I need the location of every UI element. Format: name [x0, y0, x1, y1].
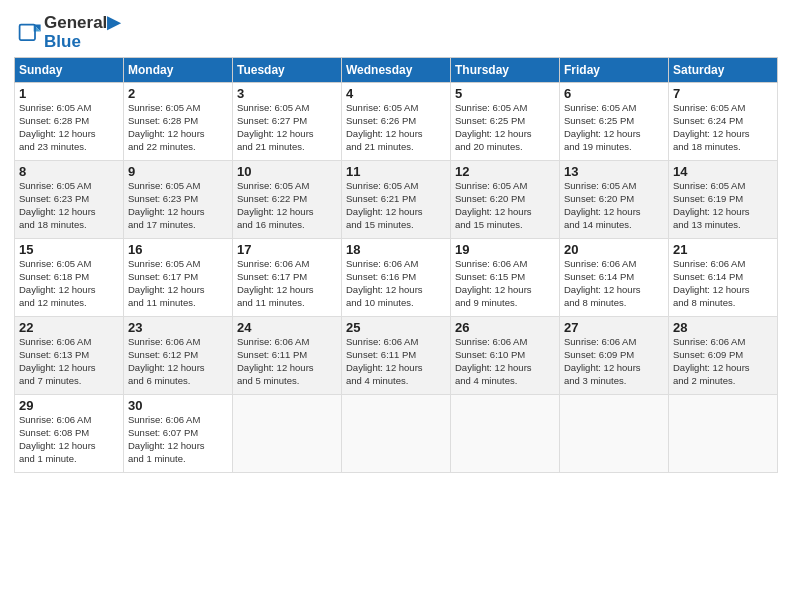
day-cell: 3Sunrise: 6:05 AM Sunset: 6:27 PM Daylig…: [233, 83, 342, 161]
day-cell: 23Sunrise: 6:06 AM Sunset: 6:12 PM Dayli…: [124, 317, 233, 395]
week-row-5: 29Sunrise: 6:06 AM Sunset: 6:08 PM Dayli…: [15, 395, 778, 473]
day-cell: [451, 395, 560, 473]
day-number: 1: [19, 86, 119, 101]
day-cell: 13Sunrise: 6:05 AM Sunset: 6:20 PM Dayli…: [560, 161, 669, 239]
day-number: 16: [128, 242, 228, 257]
day-number: 10: [237, 164, 337, 179]
day-number: 12: [455, 164, 555, 179]
day-info: Sunrise: 6:06 AM Sunset: 6:14 PM Dayligh…: [673, 258, 773, 309]
logo-icon: [14, 19, 42, 47]
day-info: Sunrise: 6:05 AM Sunset: 6:24 PM Dayligh…: [673, 102, 773, 153]
day-number: 21: [673, 242, 773, 257]
day-info: Sunrise: 6:06 AM Sunset: 6:12 PM Dayligh…: [128, 336, 228, 387]
day-number: 11: [346, 164, 446, 179]
day-number: 20: [564, 242, 664, 257]
day-info: Sunrise: 6:05 AM Sunset: 6:28 PM Dayligh…: [128, 102, 228, 153]
day-number: 6: [564, 86, 664, 101]
day-cell: 15Sunrise: 6:05 AM Sunset: 6:18 PM Dayli…: [15, 239, 124, 317]
day-info: Sunrise: 6:06 AM Sunset: 6:07 PM Dayligh…: [128, 414, 228, 465]
day-number: 22: [19, 320, 119, 335]
day-number: 30: [128, 398, 228, 413]
day-cell: 21Sunrise: 6:06 AM Sunset: 6:14 PM Dayli…: [669, 239, 778, 317]
day-cell: 18Sunrise: 6:06 AM Sunset: 6:16 PM Dayli…: [342, 239, 451, 317]
day-number: 15: [19, 242, 119, 257]
day-info: Sunrise: 6:05 AM Sunset: 6:27 PM Dayligh…: [237, 102, 337, 153]
day-cell: 7Sunrise: 6:05 AM Sunset: 6:24 PM Daylig…: [669, 83, 778, 161]
day-cell: 9Sunrise: 6:05 AM Sunset: 6:23 PM Daylig…: [124, 161, 233, 239]
day-cell: 30Sunrise: 6:06 AM Sunset: 6:07 PM Dayli…: [124, 395, 233, 473]
weekday-header-tuesday: Tuesday: [233, 58, 342, 83]
day-number: 5: [455, 86, 555, 101]
weekday-header-sunday: Sunday: [15, 58, 124, 83]
day-cell: 25Sunrise: 6:06 AM Sunset: 6:11 PM Dayli…: [342, 317, 451, 395]
day-number: 19: [455, 242, 555, 257]
day-cell: 1Sunrise: 6:05 AM Sunset: 6:28 PM Daylig…: [15, 83, 124, 161]
day-number: 27: [564, 320, 664, 335]
day-cell: [560, 395, 669, 473]
day-number: 29: [19, 398, 119, 413]
day-cell: 8Sunrise: 6:05 AM Sunset: 6:23 PM Daylig…: [15, 161, 124, 239]
day-info: Sunrise: 6:05 AM Sunset: 6:25 PM Dayligh…: [455, 102, 555, 153]
day-info: Sunrise: 6:05 AM Sunset: 6:19 PM Dayligh…: [673, 180, 773, 231]
day-number: 3: [237, 86, 337, 101]
main-container: General▶ Blue SundayMondayTuesdayWednesd…: [0, 0, 792, 483]
day-cell: 12Sunrise: 6:05 AM Sunset: 6:20 PM Dayli…: [451, 161, 560, 239]
day-info: Sunrise: 6:06 AM Sunset: 6:08 PM Dayligh…: [19, 414, 119, 465]
day-cell: 16Sunrise: 6:05 AM Sunset: 6:17 PM Dayli…: [124, 239, 233, 317]
day-number: 9: [128, 164, 228, 179]
week-row-4: 22Sunrise: 6:06 AM Sunset: 6:13 PM Dayli…: [15, 317, 778, 395]
day-cell: 27Sunrise: 6:06 AM Sunset: 6:09 PM Dayli…: [560, 317, 669, 395]
day-number: 4: [346, 86, 446, 101]
week-row-2: 8Sunrise: 6:05 AM Sunset: 6:23 PM Daylig…: [15, 161, 778, 239]
day-number: 26: [455, 320, 555, 335]
week-row-3: 15Sunrise: 6:05 AM Sunset: 6:18 PM Dayli…: [15, 239, 778, 317]
day-number: 8: [19, 164, 119, 179]
day-info: Sunrise: 6:06 AM Sunset: 6:09 PM Dayligh…: [673, 336, 773, 387]
day-cell: 14Sunrise: 6:05 AM Sunset: 6:19 PM Dayli…: [669, 161, 778, 239]
day-info: Sunrise: 6:06 AM Sunset: 6:15 PM Dayligh…: [455, 258, 555, 309]
logo-text: General▶ Blue: [44, 14, 120, 51]
day-info: Sunrise: 6:05 AM Sunset: 6:21 PM Dayligh…: [346, 180, 446, 231]
day-number: 13: [564, 164, 664, 179]
day-cell: 24Sunrise: 6:06 AM Sunset: 6:11 PM Dayli…: [233, 317, 342, 395]
day-info: Sunrise: 6:05 AM Sunset: 6:25 PM Dayligh…: [564, 102, 664, 153]
day-info: Sunrise: 6:05 AM Sunset: 6:18 PM Dayligh…: [19, 258, 119, 309]
day-number: 23: [128, 320, 228, 335]
day-info: Sunrise: 6:06 AM Sunset: 6:09 PM Dayligh…: [564, 336, 664, 387]
day-info: Sunrise: 6:05 AM Sunset: 6:20 PM Dayligh…: [564, 180, 664, 231]
day-cell: 10Sunrise: 6:05 AM Sunset: 6:22 PM Dayli…: [233, 161, 342, 239]
day-number: 14: [673, 164, 773, 179]
day-info: Sunrise: 6:05 AM Sunset: 6:23 PM Dayligh…: [19, 180, 119, 231]
day-cell: 19Sunrise: 6:06 AM Sunset: 6:15 PM Dayli…: [451, 239, 560, 317]
weekday-header-thursday: Thursday: [451, 58, 560, 83]
day-info: Sunrise: 6:05 AM Sunset: 6:26 PM Dayligh…: [346, 102, 446, 153]
calendar-table: SundayMondayTuesdayWednesdayThursdayFrid…: [14, 57, 778, 473]
day-number: 2: [128, 86, 228, 101]
day-cell: 28Sunrise: 6:06 AM Sunset: 6:09 PM Dayli…: [669, 317, 778, 395]
day-info: Sunrise: 6:06 AM Sunset: 6:17 PM Dayligh…: [237, 258, 337, 309]
header: General▶ Blue: [14, 10, 778, 51]
day-info: Sunrise: 6:05 AM Sunset: 6:23 PM Dayligh…: [128, 180, 228, 231]
day-info: Sunrise: 6:06 AM Sunset: 6:14 PM Dayligh…: [564, 258, 664, 309]
day-number: 17: [237, 242, 337, 257]
weekday-header-wednesday: Wednesday: [342, 58, 451, 83]
day-cell: [233, 395, 342, 473]
day-cell: [669, 395, 778, 473]
day-number: 24: [237, 320, 337, 335]
week-row-1: 1Sunrise: 6:05 AM Sunset: 6:28 PM Daylig…: [15, 83, 778, 161]
day-info: Sunrise: 6:05 AM Sunset: 6:22 PM Dayligh…: [237, 180, 337, 231]
day-info: Sunrise: 6:05 AM Sunset: 6:17 PM Dayligh…: [128, 258, 228, 309]
day-info: Sunrise: 6:05 AM Sunset: 6:28 PM Dayligh…: [19, 102, 119, 153]
day-number: 25: [346, 320, 446, 335]
day-cell: 6Sunrise: 6:05 AM Sunset: 6:25 PM Daylig…: [560, 83, 669, 161]
day-info: Sunrise: 6:05 AM Sunset: 6:20 PM Dayligh…: [455, 180, 555, 231]
day-number: 28: [673, 320, 773, 335]
day-info: Sunrise: 6:06 AM Sunset: 6:10 PM Dayligh…: [455, 336, 555, 387]
weekday-header-saturday: Saturday: [669, 58, 778, 83]
day-cell: 22Sunrise: 6:06 AM Sunset: 6:13 PM Dayli…: [15, 317, 124, 395]
day-cell: 2Sunrise: 6:05 AM Sunset: 6:28 PM Daylig…: [124, 83, 233, 161]
day-cell: 20Sunrise: 6:06 AM Sunset: 6:14 PM Dayli…: [560, 239, 669, 317]
logo: General▶ Blue: [14, 14, 120, 51]
day-cell: 11Sunrise: 6:05 AM Sunset: 6:21 PM Dayli…: [342, 161, 451, 239]
day-info: Sunrise: 6:06 AM Sunset: 6:11 PM Dayligh…: [237, 336, 337, 387]
